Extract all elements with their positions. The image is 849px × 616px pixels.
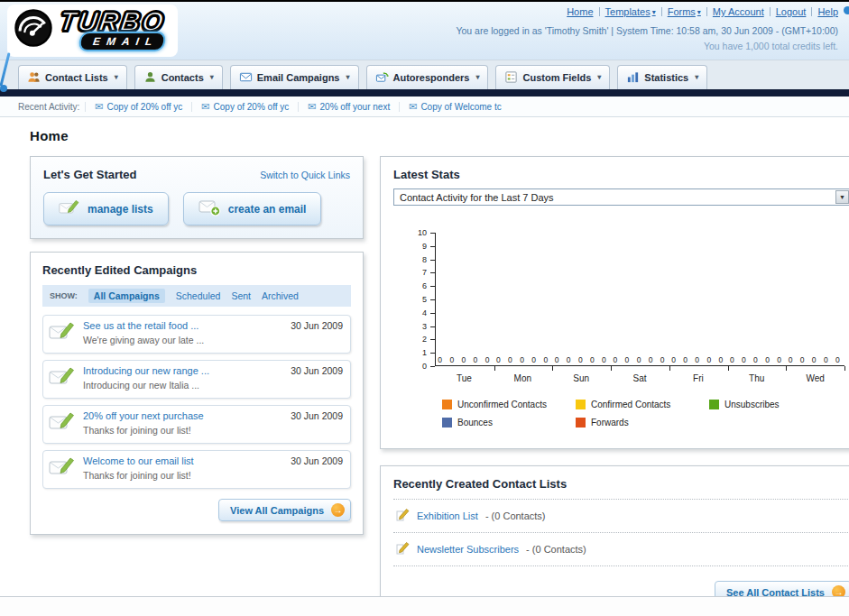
logo-wordmark: TURBO EMAIL: [60, 8, 165, 51]
get-started-title: Let's Get Started: [43, 168, 137, 181]
contact-list-link[interactable]: Newsletter Subscribers: [417, 544, 519, 555]
separator: [770, 7, 771, 16]
top-nav-forms[interactable]: Forms▾: [668, 6, 701, 17]
login-line: You are logged in as 'Timothy Smith' | S…: [456, 23, 838, 39]
campaign-subtitle: Introducing our new Italia ...: [83, 380, 199, 391]
switch-quick-links-link[interactable]: Switch to Quick Links: [260, 170, 350, 180]
legend-item: Unconfirmed Contacts: [442, 400, 576, 409]
tab-contacts[interactable]: Contacts ▾: [134, 65, 223, 89]
x-axis-label: Fri: [669, 373, 727, 383]
legend-swatch: [576, 400, 586, 409]
contact-list-count: - (0 Contacts): [485, 510, 546, 521]
campaign-title-link[interactable]: Welcome to our email list: [83, 455, 283, 466]
create-email-button[interactable]: create an email: [183, 192, 322, 225]
recent-activity-item[interactable]: ✉ Copy of 20% off yc: [191, 102, 298, 112]
contact-list-row[interactable]: Newsletter Subscribers - (0 Contacts): [393, 533, 849, 566]
legend-swatch: [709, 400, 719, 409]
chevron-down-icon: ▾: [210, 73, 214, 81]
contact-list-link[interactable]: Exhibition List: [417, 510, 478, 521]
bar-value-labels: 0 0 0 0 0: [728, 355, 787, 364]
tab-custom-fields[interactable]: Custom Fields ▾: [495, 65, 610, 89]
bar-value-labels: 0 0 0 0 0: [786, 355, 844, 364]
filter-all-campaigns[interactable]: All Campaigns: [88, 289, 165, 303]
contact-activity-chart: 109876543210 0 0 0 0 00 0 0 0 00 0 0 0 0…: [408, 233, 844, 436]
bar-value-labels: 0 0 0 0 0: [436, 355, 494, 364]
chevron-down-icon: ▾: [695, 73, 698, 81]
y-axis-label: 0: [422, 362, 427, 371]
campaign-subtitle: We're giving away our late ...: [83, 335, 204, 345]
stats-period-value: Contact Activity for the Last 7 Days: [400, 192, 554, 203]
arrow-right-icon: →: [331, 503, 345, 517]
envelope-icon: ✉: [201, 102, 209, 112]
bar-group: 0 0 0 0 0: [728, 233, 787, 365]
campaign-row[interactable]: Welcome to our email list Thanks for joi…: [42, 450, 351, 489]
recent-contact-lists-panel: Recently Created Contact Lists Exhibitio…: [380, 465, 849, 616]
top-nav-my-account[interactable]: My Account: [713, 6, 764, 17]
bar-group: 0 0 0 0 0: [669, 233, 728, 365]
main-nav: Contact Lists ▾ Contacts ▾ Email Campaig…: [0, 60, 849, 89]
campaign-filter-bar: SHOW: All Campaigns Scheduled Sent Archi…: [42, 285, 351, 307]
logo-word-email: EMAIL: [78, 32, 166, 51]
bar-group: 0 0 0 0 0: [494, 233, 553, 365]
manage-lists-button[interactable]: manage lists: [43, 192, 169, 225]
turbo-email-logo[interactable]: TURBO EMAIL: [7, 5, 178, 57]
y-axis-tick: [430, 366, 435, 367]
top-nav: Home Templates▾ Forms▾ My Account Logout…: [567, 6, 838, 17]
x-axis-label: Tue: [435, 373, 494, 383]
campaign-date: 30 Jun 2009: [291, 365, 343, 392]
y-axis-label: 10: [418, 228, 427, 237]
show-label: SHOW:: [50, 291, 78, 300]
statistics-icon: [626, 70, 640, 84]
y-axis-label: 2: [422, 335, 427, 344]
legend-item: Forwards: [576, 418, 709, 428]
recent-activity-item[interactable]: ✉ Copy of 20% off yc: [85, 102, 191, 112]
filter-archived[interactable]: Archived: [262, 290, 299, 301]
tab-autoresponders[interactable]: Autoresponders ▾: [366, 65, 489, 89]
chart-legend: Unconfirmed ContactsConfirmed ContactsUn…: [442, 400, 844, 436]
contact-list-row[interactable]: Exhibition List - (0 Contacts): [393, 500, 849, 533]
tab-statistics[interactable]: Statistics ▾: [617, 65, 707, 89]
main-content: Home Let's Get Started Switch to Quick L…: [0, 117, 849, 598]
bar-group: 0 0 0 0 0: [786, 233, 844, 365]
campaign-title-link[interactable]: See us at the retail food ...: [83, 320, 283, 331]
top-nav-templates[interactable]: Templates▾: [605, 6, 656, 17]
bar-value-labels: 0 0 0 0 0: [611, 355, 669, 364]
recent-activity-item[interactable]: ✉ Copy of Welcome tc: [399, 102, 511, 112]
email-campaigns-icon: [239, 70, 253, 84]
tab-contact-lists[interactable]: Contact Lists ▾: [18, 65, 127, 89]
separator: [661, 7, 662, 16]
logo-antenna-dot: [0, 85, 7, 92]
x-axis-label: Wed: [786, 373, 844, 383]
campaign-row[interactable]: Introducing our new range ... Introducin…: [42, 360, 351, 399]
view-all-campaigns-button[interactable]: View All Campaigns →: [218, 499, 351, 521]
top-nav-help[interactable]: Help: [817, 6, 838, 17]
top-nav-home[interactable]: Home: [567, 6, 593, 17]
campaign-title-link[interactable]: Introducing our new range ...: [83, 365, 283, 376]
page-title: Home: [30, 128, 822, 143]
contact-list-count: - (0 Contacts): [526, 544, 586, 555]
chevron-down-icon: ▾: [115, 73, 118, 81]
credits-line: You have 1,000 total credits left.: [456, 39, 838, 54]
legend-item: Bounces: [442, 418, 576, 428]
recent-activity-bar: Recent Activity: ✉ Copy of 20% off yc ✉ …: [0, 97, 849, 117]
campaign-date: 30 Jun 2009: [291, 455, 343, 483]
separator: [706, 7, 707, 16]
x-axis-label: Thu: [727, 373, 786, 383]
top-nav-logout[interactable]: Logout: [776, 6, 807, 17]
pencil-paper-icon: [395, 541, 410, 557]
campaign-row[interactable]: 20% off your next purchase Thanks for jo…: [42, 405, 351, 444]
chevron-down-icon: ▾: [597, 73, 601, 81]
chevron-down-icon: ▾: [652, 8, 656, 16]
filter-sent[interactable]: Sent: [231, 290, 251, 301]
campaign-title-link[interactable]: 20% off your next purchase: [83, 410, 283, 421]
bar-group: 0 0 0 0 0: [436, 233, 494, 365]
recent-campaigns-panel: Recently Edited Campaigns SHOW: All Camp…: [30, 252, 364, 535]
campaign-date: 30 Jun 2009: [291, 410, 343, 437]
stats-period-select[interactable]: Contact Activity for the Last 7 Days ▼: [393, 188, 849, 206]
filter-scheduled[interactable]: Scheduled: [176, 290, 221, 301]
legend-label: Bounces: [457, 418, 493, 428]
tab-email-campaigns[interactable]: Email Campaigns ▾: [230, 65, 359, 89]
page-footer: [0, 596, 849, 616]
recent-activity-item[interactable]: ✉ 20% off your next: [298, 102, 399, 112]
campaign-row[interactable]: See us at the retail food ... We're givi…: [42, 315, 351, 354]
